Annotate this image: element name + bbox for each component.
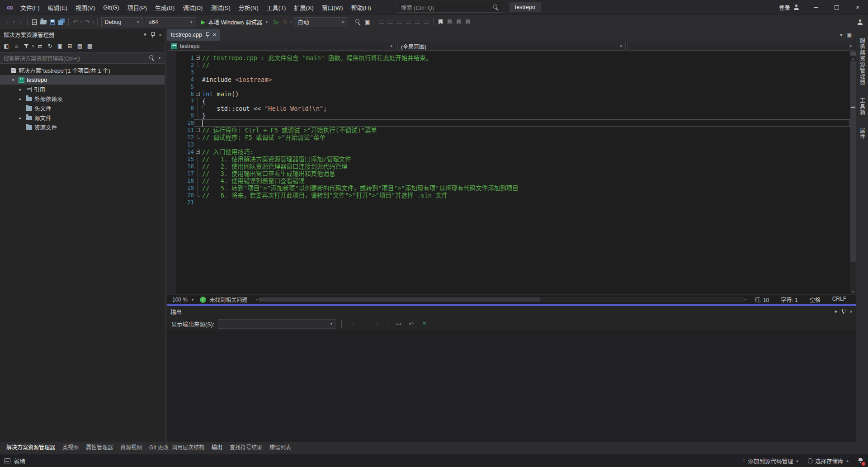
redo-button[interactable]: ↷: [83, 17, 92, 28]
code-line[interactable]: 16// 2. 使用团队资源管理器窗口连接到源代码管理: [167, 163, 850, 170]
dock-tab[interactable]: 类视图: [59, 442, 82, 452]
dock-tab[interactable]: 错误列表: [266, 442, 295, 452]
tree-item[interactable]: ▸源文件: [0, 113, 165, 123]
nav-scope-combo[interactable]: (全局范围) ▾: [397, 42, 626, 51]
start-debugging-button[interactable]: ▶ 本地 Windows 调试器 ▾: [198, 17, 271, 28]
tree-item[interactable]: ▾testrepo: [0, 75, 165, 85]
scroll-down-icon[interactable]: ▾: [852, 289, 854, 294]
fold-toggle-icon[interactable]: [196, 56, 200, 60]
breakpoint-margin[interactable]: [167, 192, 176, 199]
nav-member-combo[interactable]: ▾: [627, 42, 855, 51]
menu-item[interactable]: 测试(S): [207, 0, 234, 14]
breakpoint-margin[interactable]: [167, 148, 176, 156]
window-position-icon[interactable]: ▾: [835, 309, 837, 315]
tree-item[interactable]: 解决方案"testrepo"(1 个项目/共 1 个): [0, 66, 165, 75]
search-options-icon[interactable]: ▾: [158, 56, 161, 60]
background-tasks-icon[interactable]: [5, 458, 10, 463]
health-check-icon[interactable]: ✓: [200, 297, 206, 303]
nest-files-icon[interactable]: ▣: [56, 41, 65, 51]
live-share-button[interactable]: [855, 17, 864, 28]
autohide-tab[interactable]: 工具箱: [859, 95, 866, 118]
code-text[interactable]: [202, 141, 850, 148]
breakpoint-margin[interactable]: [167, 105, 176, 112]
output-source-combo[interactable]: ▾: [218, 319, 335, 329]
code-line[interactable]: 8 std::cout << "Hello World!\n";: [167, 105, 850, 112]
breakpoint-margin[interactable]: [167, 163, 176, 170]
breakpoint-margin[interactable]: [167, 119, 176, 127]
code-text[interactable]: // 运行程序: Ctrl + F5 或调试 >"开始执行(不调试)"菜单: [202, 127, 850, 134]
window-position-icon[interactable]: ▾: [144, 32, 146, 38]
command-window-button[interactable]: ▣: [363, 17, 372, 28]
pin-icon[interactable]: [841, 309, 846, 314]
tab-close-icon[interactable]: ×: [213, 32, 216, 38]
uncomment-lines-button[interactable]: [404, 17, 413, 28]
restore-button[interactable]: [826, 0, 847, 15]
previous-bookmark-button[interactable]: [445, 17, 454, 28]
dock-tab[interactable]: 解决方案资源管理器: [3, 442, 59, 452]
pin-icon[interactable]: [151, 32, 155, 38]
breakpoint-margin[interactable]: [167, 83, 176, 90]
code-text[interactable]: // 4. 使用错误列表窗口查看错误: [202, 177, 850, 184]
code-text[interactable]: [202, 83, 850, 90]
breakpoint-margin[interactable]: [167, 54, 176, 61]
increase-indent-button[interactable]: [386, 17, 395, 28]
expand-arrow-icon[interactable]: ▸: [17, 97, 24, 101]
close-button[interactable]: ×: [847, 0, 868, 15]
scrollbar-track[interactable]: [850, 61, 856, 289]
code-text[interactable]: // 调试程序: F5 或调试 >"开始调试"菜单: [202, 134, 850, 141]
fold-toggle-icon[interactable]: [196, 128, 200, 132]
menu-item[interactable]: 生成(B): [151, 0, 179, 14]
code-editor[interactable]: 1// testrepo.cpp : 此文件包含 "main" 函数。程序执行将…: [167, 52, 856, 294]
nav-project-combo[interactable]: testrepo ▾: [168, 42, 396, 51]
breakpoint-margin[interactable]: [167, 61, 176, 69]
code-text[interactable]: // 5. 转到"项目">"添加新项"以创建新的代码文件，或转到"项目">"添加…: [202, 184, 850, 192]
code-line[interactable]: 15// 1. 使用解决方案资源管理器窗口添加/管理文件: [167, 156, 850, 163]
tab-options-icon[interactable]: ▣: [847, 32, 852, 38]
quick-search-box[interactable]: 搜索 (Ctrl+Q): [397, 2, 503, 13]
line-ending[interactable]: CRLF: [832, 296, 846, 303]
h-scrollbar-thumb[interactable]: [259, 297, 540, 302]
code-text[interactable]: [202, 199, 850, 206]
code-line[interactable]: 6int main(): [167, 90, 850, 98]
split-window-handle[interactable]: [850, 52, 856, 56]
code-text[interactable]: }: [202, 112, 850, 119]
scroll-right-icon[interactable]: ▸: [745, 297, 746, 302]
code-line[interactable]: 11// 运行程序: Ctrl + F5 或调试 >"开始执行(不调试)"菜单: [167, 127, 850, 134]
breakpoint-margin[interactable]: [167, 199, 176, 206]
sync-active-document-icon[interactable]: ⇄: [36, 41, 45, 51]
code-line[interactable]: 4#include <iostream>: [167, 76, 850, 83]
hot-reload-button[interactable]: ↻: [281, 17, 290, 28]
code-text[interactable]: //: [202, 61, 850, 69]
code-line[interactable]: 21: [167, 199, 850, 206]
home-icon[interactable]: ⌂: [12, 41, 21, 51]
code-text[interactable]: #include <iostream>: [202, 76, 850, 83]
scrollbar-thumb[interactable]: [850, 61, 856, 262]
expand-arrow-icon[interactable]: ▸: [17, 116, 24, 120]
vertical-scrollbar[interactable]: ▴ ▾: [850, 52, 856, 294]
h-scrollbar-track[interactable]: [259, 297, 744, 302]
menu-item[interactable]: 扩展(X): [290, 0, 317, 14]
menu-item[interactable]: 项目(P): [123, 0, 151, 14]
properties-icon[interactable]: ▦: [85, 41, 94, 51]
menu-item[interactable]: 帮助(H): [347, 0, 375, 14]
next-bookmark-button[interactable]: [454, 17, 463, 28]
code-line[interactable]: 9}: [167, 112, 850, 119]
toggle-bookmark-button[interactable]: [436, 17, 445, 28]
breakpoint-margin[interactable]: [167, 177, 176, 184]
format-document-button[interactable]: [422, 17, 431, 28]
collapse-all-icon[interactable]: ⊟: [66, 41, 75, 51]
tree-item[interactable]: ▸外部依赖项: [0, 94, 165, 104]
code-text[interactable]: // testrepo.cpp : 此文件包含 "main" 函数。程序执行将在…: [202, 54, 850, 61]
refresh-icon[interactable]: ↻: [46, 41, 55, 51]
code-text[interactable]: // 1. 使用解决方案资源管理器窗口添加/管理文件: [202, 156, 850, 163]
open-file-button[interactable]: [39, 17, 48, 28]
menu-item[interactable]: 视图(V): [71, 0, 99, 14]
code-text[interactable]: [202, 119, 850, 127]
breakpoint-margin[interactable]: [167, 98, 176, 105]
goto-message-icon[interactable]: →: [348, 319, 357, 329]
breakpoint-margin[interactable]: [167, 127, 176, 134]
scroll-up-icon[interactable]: ▴: [852, 56, 854, 61]
tree-item[interactable]: 资源文件: [0, 123, 165, 132]
breakpoint-margin[interactable]: [167, 69, 176, 76]
tab-list-dropdown-icon[interactable]: ▾: [840, 32, 843, 38]
